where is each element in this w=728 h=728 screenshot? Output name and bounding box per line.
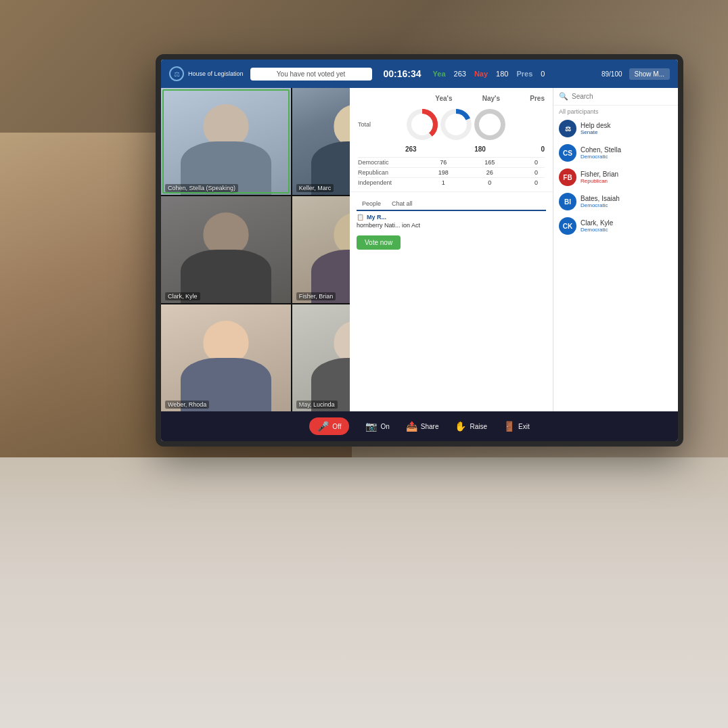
dem-pres: 0 [528,159,545,166]
mic-off-icon: 🎤 [317,421,329,432]
desk-surface [0,457,728,728]
yea-total: 263 [405,145,417,153]
ind-pres: 0 [528,179,545,186]
nay-total: 180 [474,145,486,153]
dem-yea: 76 [435,159,452,166]
party-clark-list: Democratic [581,227,673,233]
people-list: ⚖ Help desk Senate CS Cohen, Stella Demo… [553,116,678,411]
portrait-weber [161,304,291,411]
name-may: May, Lucinda [296,401,338,409]
exit-label: Exit [518,423,530,430]
tab-people[interactable]: People [357,198,386,210]
vote-row-dem: Democratic 76 165 0 [358,157,545,167]
rep-pres: 0 [528,169,545,176]
share-button[interactable]: 📤 Share [406,421,439,432]
rep-yea: 198 [435,169,452,176]
mic-label: Off [332,423,341,430]
ind-nay: 0 [481,179,498,186]
exit-button[interactable]: 🚪 Exit [503,421,530,432]
nay-label: Nay [474,70,488,78]
app-window: ⚖ House of Legislation You have not vote… [161,60,678,441]
info-cohen-list: Cohen, Stella Democratic [581,146,673,160]
head-clark [203,212,248,255]
name-fisher: Fisher, Brian [296,292,336,300]
pres-donut-container [473,108,507,141]
info-bates-list: Bates, Isaiah Democratic [581,195,673,208]
logo-text: House of Legislation [188,70,244,78]
video-cell-weber: Weber, Rhoda [161,304,291,411]
yeas-header: Yea's [435,95,452,102]
vote-breakdown: Democratic 76 165 0 Republican 198 26 0 [358,157,545,187]
name-keller: Keller, Marc [296,184,334,192]
vote-counts: Yea 263 Nay 180 Pres 0 [433,70,545,78]
svg-point-5 [477,112,503,138]
info-helpdesk: Help desk Senate [581,122,673,135]
portrait-cohen [161,88,291,195]
score-badge: 89/100 [601,70,622,78]
mic-button[interactable]: 🎤 Off [309,417,349,435]
head-weber [203,321,248,363]
total-label: Total [358,121,405,128]
show-button[interactable]: Show M... [629,68,670,80]
person-item-bates: BI Bates, Isaiah Democratic [553,189,678,214]
ind-label: Independent [358,179,405,186]
yea-donut [405,108,439,141]
raise-button[interactable]: ✋ Raise [455,421,487,432]
share-label: Share [421,423,439,430]
raise-label: Raise [470,423,487,430]
avatar-cohen-list: CS [559,144,576,162]
dem-label: Democratic [358,159,405,166]
head-cohen [203,104,248,147]
my-rep-header: 📋 My R... [357,211,546,222]
camera-icon: 📷 [365,421,377,432]
nay-donut [439,108,473,141]
my-rep-title: My R... [367,214,386,221]
participants-label: All participants [553,106,678,116]
name-cohen: Cohen, Stella (Speaking) [165,184,238,192]
search-icon: 🔍 [559,92,568,101]
monitor: ⚖ House of Legislation You have not vote… [156,54,683,447]
camera-label: On [380,423,389,430]
vote-overlay: Yea's Nay's Pres Total [350,88,553,411]
nay-count: 180 [496,70,508,78]
search-bar: 🔍 [553,88,678,106]
pres-header: Pres [530,95,545,102]
pres-donut [473,108,507,141]
name-bates-list: Bates, Isaiah [581,195,673,202]
top-bar: ⚖ House of Legislation You have not vote… [161,60,678,88]
rep-nay: 26 [481,169,498,176]
video-cell-cohen: Cohen, Stella (Speaking) [161,88,291,195]
avatar-helpdesk: ⚖ [559,120,576,137]
raise-icon: ✋ [455,421,466,432]
info-fisher-list: Fisher, Brian Republican [581,170,673,184]
timer: 00:16:34 [379,68,426,79]
bottom-toolbar: 🎤 Off 📷 On 📤 Share ✋ Raise 🚪 Exit [161,411,678,441]
party-helpdesk: Senate [581,129,673,135]
my-rep-panel: People Chat all 📋 My R... hornberry Nati… [350,191,553,411]
video-grid: Cohen, Stella (Speaking) Keller, Marc [161,88,553,411]
avatar-clark-list: CK [559,217,576,235]
vote-now-button[interactable]: Vote now [357,235,401,250]
name-cohen-list: Cohen, Stella [581,146,673,154]
camera-button[interactable]: 📷 On [365,421,389,432]
vote-status: You have not voted yet [250,68,372,81]
search-input[interactable] [572,93,673,100]
nays-header: Nay's [482,95,500,102]
donut-row: Total [358,108,545,141]
vote-table: Yea's Nay's Pres Total [350,88,553,191]
pres-label: Pres [516,70,532,78]
tab-chat[interactable]: Chat all [386,198,418,210]
portrait-clark [161,196,291,303]
right-panel: 🔍 All participants ⚖ Help desk Senate CS [553,88,678,411]
name-clark-list: Clark, Kyle [581,219,673,227]
main-content: Cohen, Stella (Speaking) Keller, Marc [161,88,678,411]
person-item-clark: CK Clark, Kyle Democratic [553,214,678,238]
pres-count: 0 [541,70,545,78]
info-clark-list: Clark, Kyle Democratic [581,219,673,233]
yea-count: 263 [454,70,466,78]
yea-label: Yea [433,70,446,78]
share-icon: 📤 [406,421,417,432]
video-cell-clark: Clark, Kyle [161,196,291,303]
person-item-helpdesk: ⚖ Help desk Senate [553,116,678,141]
totals-row: 263 180 0 [358,145,545,153]
